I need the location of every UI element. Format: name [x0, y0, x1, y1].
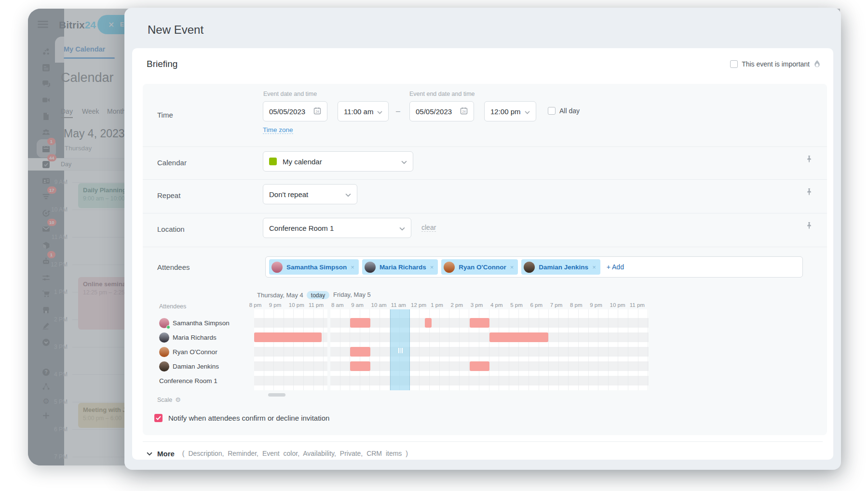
- modal-title: New Event: [148, 23, 203, 37]
- scheduler-scrollbar[interactable]: [268, 393, 285, 397]
- remove-attendee-icon[interactable]: ×: [430, 264, 434, 271]
- time-tick-label: 11 pm: [630, 302, 645, 308]
- scheduler-row: Ryan O'Connor: [159, 346, 217, 357]
- availability-track: [330, 361, 649, 371]
- time-tick-label: 5 pm: [510, 302, 523, 308]
- end-time-select[interactable]: 12:00 pm: [484, 101, 536, 121]
- time-tick-label: 9 am: [351, 302, 364, 308]
- important-row: This event is important: [730, 60, 821, 68]
- location-clear-link[interactable]: clear: [421, 224, 436, 232]
- busy-block: [489, 332, 548, 342]
- avatar: [159, 347, 169, 357]
- attendees-input[interactable]: Samantha Simpson×Maria Richards×Ryan O'C…: [265, 256, 803, 278]
- time-tick-label: 8 pm: [249, 302, 262, 308]
- availability-track: [254, 361, 327, 371]
- attendee-name: Maria Richards: [173, 334, 217, 341]
- attendees-label: Attendees: [157, 263, 190, 271]
- availability-track: [254, 347, 327, 357]
- attendee-name: Samantha Simpson: [173, 319, 230, 327]
- busy-block: [350, 318, 370, 328]
- calendar-picker-icon[interactable]: 24: [460, 107, 468, 116]
- scheduler-day-friday: Friday, May 5: [333, 291, 371, 298]
- attendee-name: Damian Jenkins: [173, 363, 219, 370]
- scheduler-day-thursday: Thursday, May 4 today: [257, 291, 329, 299]
- attendee-chip[interactable]: Ryan O'Connor×: [441, 259, 518, 275]
- end-date-input[interactable]: 05/05/2023 24: [409, 101, 474, 121]
- attendee-name: Ryan O'Connor: [173, 348, 217, 356]
- remove-attendee-icon[interactable]: ×: [351, 264, 354, 271]
- attendee-name: Ryan O'Connor: [459, 264, 506, 271]
- attendee-name: Samantha Simpson: [286, 264, 347, 271]
- date-range-dash: –: [396, 107, 400, 116]
- important-checkbox[interactable]: [730, 60, 738, 68]
- remove-attendee-icon[interactable]: ×: [592, 264, 596, 271]
- event-time-selection[interactable]: [390, 309, 410, 390]
- availability-track: [330, 376, 649, 385]
- time-tick-label: 2 pm: [451, 302, 463, 308]
- flame-icon: [814, 60, 821, 68]
- pin-icon[interactable]: [806, 188, 813, 198]
- attendee-chip[interactable]: Samantha Simpson×: [269, 259, 359, 275]
- event-name-input[interactable]: Briefing: [147, 59, 177, 69]
- avatar: [365, 262, 376, 273]
- time-tick-label: 10 pm: [289, 302, 304, 308]
- scheduler-grid[interactable]: 8 pm9 pm10 pm11 pm8 am9 am10 am11 am12 p…: [254, 309, 649, 390]
- time-label: Time: [157, 111, 173, 119]
- svg-text:24: 24: [462, 110, 466, 113]
- notify-label: Notify when attendees confirm or decline…: [168, 414, 329, 422]
- time-tick-label: 8 pm: [570, 302, 583, 308]
- calendar-picker-icon[interactable]: 24: [313, 107, 321, 116]
- time-tick-label: 8 am: [331, 302, 344, 308]
- scheduler-row: Conference Room 1: [159, 375, 217, 386]
- time-tick-label: 6 pm: [530, 302, 543, 308]
- location-select[interactable]: Conference Room 1: [263, 218, 411, 238]
- resource-name: Conference Room 1: [159, 377, 217, 385]
- busy-block: [254, 332, 322, 342]
- calendar-select[interactable]: My calendar: [263, 151, 413, 172]
- drag-handle[interactable]: [398, 348, 403, 353]
- scheduler-row: Samantha Simpson: [159, 318, 230, 328]
- scheduler-row: Maria Richards: [159, 332, 217, 343]
- add-attendee-button[interactable]: + Add: [607, 263, 624, 271]
- location-label: Location: [157, 225, 185, 233]
- avatar: [159, 332, 169, 343]
- pin-icon[interactable]: [806, 222, 813, 232]
- more-fields-hint: ( Description, Reminder, Event color, Av…: [182, 450, 408, 457]
- online-status-dot: [166, 325, 170, 329]
- time-tick-label: 11 pm: [309, 302, 324, 308]
- notify-checkbox[interactable]: [154, 414, 163, 422]
- avatar: [444, 262, 455, 273]
- remove-attendee-icon[interactable]: ×: [510, 264, 514, 271]
- availability-track: [254, 318, 327, 328]
- time-tick-label: 3 pm: [471, 302, 483, 308]
- chevron-down-icon: [525, 107, 530, 116]
- more-section-toggle[interactable]: More ( Description, Reminder, Event colo…: [147, 449, 408, 458]
- busy-block: [425, 318, 432, 328]
- repeat-select[interactable]: Don't repeat: [263, 184, 357, 204]
- scale-control[interactable]: Scale ⚙: [157, 396, 181, 403]
- time-tick-label: 12 pm: [411, 302, 426, 308]
- start-time-select[interactable]: 11:00 am: [338, 101, 389, 121]
- start-date-input[interactable]: 05/05/2023 24: [263, 101, 327, 121]
- chevron-down-icon: [377, 107, 382, 116]
- calendar-label: Calendar: [157, 159, 187, 167]
- gear-icon[interactable]: ⚙: [175, 396, 181, 403]
- chevron-down-icon: [401, 158, 407, 166]
- scheduler-row: Damian Jenkins: [159, 361, 219, 372]
- attendee-name: Damian Jenkins: [539, 264, 588, 271]
- all-day-checkbox[interactable]: [548, 107, 556, 115]
- busy-block: [350, 361, 370, 371]
- calendar-color-swatch: [269, 158, 277, 165]
- pin-icon[interactable]: [806, 155, 813, 165]
- attendee-chip[interactable]: Damian Jenkins×: [521, 259, 600, 275]
- chevron-down-icon: [399, 224, 405, 232]
- attendee-chip[interactable]: Maria Richards×: [362, 259, 438, 275]
- availability-track: [330, 347, 649, 357]
- time-zone-link[interactable]: Time zone: [263, 126, 293, 134]
- busy-block: [470, 318, 489, 328]
- availability-track: [254, 376, 327, 385]
- scheduler-rows-header: Attendees: [159, 303, 186, 310]
- new-event-modal: New Event Briefing This event is importa…: [124, 8, 841, 470]
- event-form-panel: Time Event date and time Event end date …: [143, 84, 827, 435]
- avatar: [271, 262, 283, 273]
